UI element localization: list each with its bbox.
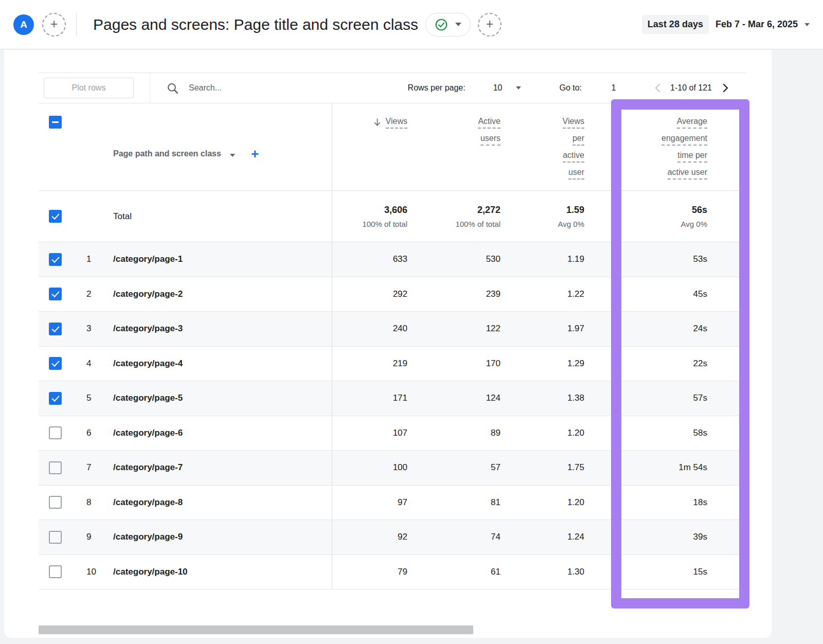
row-checkbox-cell <box>39 253 72 266</box>
table-row: 1 /category/page-1 633 530 1.19 53s <box>39 242 746 277</box>
row-index: 5 <box>72 393 104 403</box>
header-index-cell <box>72 103 104 190</box>
row-checkbox[interactable] <box>49 496 62 509</box>
rows-per-page-caret-icon[interactable] <box>516 86 521 90</box>
add-column-icon[interactable]: + <box>251 150 259 158</box>
row-page-path: /category/page-8 <box>104 497 332 508</box>
row-checkbox[interactable] <box>49 461 62 474</box>
row-views: 97 <box>332 497 412 508</box>
row-active-users: 530 <box>412 254 503 264</box>
total-label: Total <box>104 211 332 222</box>
column-header-active-users[interactable]: Active users <box>412 103 503 190</box>
plus-icon: + <box>486 17 494 30</box>
row-index: 10 <box>72 567 104 577</box>
row-avg-engagement-time: 45s <box>586 289 746 299</box>
dimension-header-label[interactable]: Page path and screen class <box>113 149 221 158</box>
row-checkbox-cell <box>39 496 72 509</box>
pagination-range: 1-10 of 121 <box>670 83 712 93</box>
row-checkbox-cell <box>39 357 72 370</box>
row-views-per-active-user: 1.19 <box>503 254 586 264</box>
row-views: 79 <box>332 567 412 577</box>
next-page-button[interactable] <box>719 82 731 94</box>
column-header-avg-engagement-time[interactable]: Average engagement time per active user <box>586 103 746 190</box>
horizontal-scrollbar[interactable] <box>39 625 473 634</box>
chevron-down-icon <box>455 23 461 26</box>
row-avg-engagement-time: 53s <box>586 254 746 264</box>
table-row: 4 /category/page-4 219 170 1.29 22s <box>39 347 746 382</box>
row-views: 633 <box>332 254 412 264</box>
total-avg-engagement-time: 56s Avg 0% <box>586 205 746 228</box>
goto-label: Go to: <box>559 83 582 93</box>
header-checkbox-cell <box>39 103 72 190</box>
row-avg-engagement-time: 18s <box>586 497 746 508</box>
sort-descending-icon <box>372 117 382 127</box>
row-views: 292 <box>332 289 412 299</box>
row-checkbox-cell <box>39 288 72 300</box>
row-index: 8 <box>72 497 104 508</box>
row-checkbox[interactable] <box>49 357 62 370</box>
column-header-views-per-active-user[interactable]: Views per active user <box>503 103 586 190</box>
dimension-caret-icon[interactable] <box>230 154 235 157</box>
goto-page-input[interactable] <box>602 83 625 93</box>
report-card: Plot rows Rows per page: 10 Go to: 1-10 … <box>4 50 772 638</box>
row-views-per-active-user: 1.24 <box>503 532 586 542</box>
row-checkbox[interactable] <box>49 531 62 544</box>
date-preset-chip[interactable]: Last 28 days <box>642 15 709 34</box>
report-header: A + Pages and screens: Page title and sc… <box>0 0 823 49</box>
total-row-checkbox[interactable] <box>49 210 62 223</box>
add-report-item-button[interactable]: + <box>478 13 502 37</box>
row-checkbox[interactable] <box>49 565 62 578</box>
header-divider <box>76 13 77 37</box>
row-active-users: 239 <box>412 289 503 299</box>
row-page-path: /category/page-1 <box>104 254 332 264</box>
row-checkbox[interactable] <box>49 392 62 405</box>
toolbar-divider <box>150 73 150 103</box>
total-active-users: 2,272 100% of total <box>412 205 503 228</box>
rows-per-page-label: Rows per page: <box>408 83 466 93</box>
row-page-path: /category/page-5 <box>104 393 332 403</box>
row-checkbox[interactable] <box>49 426 62 439</box>
date-range-selector[interactable]: Last 28 days Feb 7 - Mar 6, 2025 <box>642 15 810 34</box>
add-comparison-button[interactable]: + <box>42 13 66 37</box>
row-views: 100 <box>332 462 412 473</box>
row-checkbox-cell <box>39 531 72 544</box>
search-input[interactable] <box>188 83 308 93</box>
column-header-views[interactable]: Views <box>364 103 412 190</box>
row-page-path: /category/page-9 <box>104 532 332 542</box>
select-all-checkbox[interactable] <box>49 116 62 129</box>
avatar[interactable]: A <box>13 14 34 35</box>
plot-rows-button[interactable]: Plot rows <box>44 78 134 98</box>
row-page-path: /category/page-6 <box>104 428 332 438</box>
row-index: 6 <box>72 428 104 438</box>
page-title: Pages and screens: Page title and screen… <box>93 16 418 33</box>
row-active-users: 57 <box>412 462 503 473</box>
row-page-path: /category/page-7 <box>104 462 332 473</box>
total-row: Total 3,606 100% of total 2,272 100% of … <box>39 191 746 242</box>
table-row: 9 /category/page-9 92 74 1.24 39s <box>39 520 746 555</box>
row-page-path: /category/page-4 <box>104 359 332 369</box>
total-checkbox-cell <box>39 210 72 223</box>
row-checkbox[interactable] <box>49 253 62 266</box>
row-checkbox-cell <box>39 392 72 405</box>
row-page-path: /category/page-2 <box>104 289 332 299</box>
row-checkbox[interactable] <box>49 323 62 335</box>
row-active-users: 122 <box>412 324 503 334</box>
column-header-page-path[interactable]: Page path and screen class + <box>104 103 364 190</box>
row-avg-engagement-time: 1m 54s <box>586 462 746 473</box>
date-caret-icon <box>804 23 810 26</box>
table-row: 8 /category/page-8 97 81 1.20 18s <box>39 486 746 521</box>
table-row: 10 /category/page-10 79 61 1.30 15s <box>39 555 746 590</box>
rows-per-page-select[interactable]: 10 <box>493 83 503 93</box>
row-views-per-active-user: 1.22 <box>503 289 586 299</box>
row-views: 92 <box>332 532 412 542</box>
row-active-users: 170 <box>412 359 503 369</box>
report-status-button[interactable] <box>425 13 471 37</box>
row-avg-engagement-time: 57s <box>586 393 746 403</box>
previous-page-button[interactable] <box>652 82 664 94</box>
table-row: 2 /category/page-2 292 239 1.22 45s <box>39 277 746 312</box>
row-avg-engagement-time: 24s <box>586 324 746 334</box>
row-checkbox-cell <box>39 565 72 578</box>
row-active-users: 61 <box>412 567 503 577</box>
row-checkbox[interactable] <box>49 288 62 300</box>
row-active-users: 124 <box>412 393 503 403</box>
